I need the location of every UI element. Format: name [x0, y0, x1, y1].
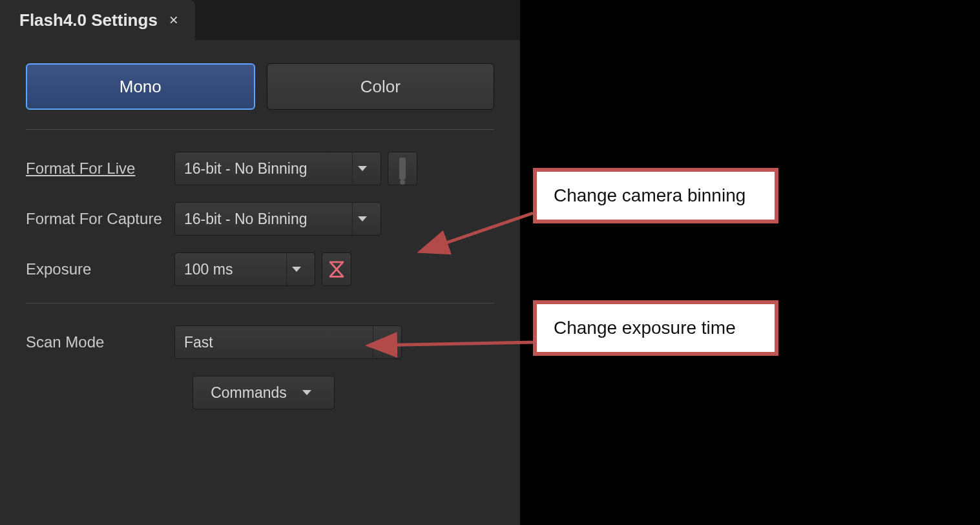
panel-body: Mono Color Format For Live 16-bit - No B…	[0, 40, 520, 439]
format-live-row: Format For Live 16-bit - No Binning	[26, 152, 494, 185]
scan-mode-value: Fast	[184, 334, 365, 351]
scan-mode-label: Scan Mode	[26, 333, 174, 351]
format-capture-dropdown[interactable]: 16-bit - No Binning	[174, 202, 381, 236]
scan-mode-dropdown[interactable]: Fast	[174, 325, 402, 359]
exposure-dropdown[interactable]: 100 ms	[174, 252, 315, 286]
auto-exposure-button[interactable]	[322, 252, 351, 286]
scan-mode-row: Scan Mode Fast	[26, 325, 494, 359]
mode-toggle-row: Mono Color	[26, 63, 494, 110]
format-live-value: 16-bit - No Binning	[184, 160, 344, 178]
commands-label: Commands	[211, 384, 291, 402]
callout-binning-text: Change camera binning	[554, 185, 745, 205]
close-icon[interactable]: ×	[169, 11, 178, 29]
exposure-row: Exposure 100 ms	[26, 252, 494, 286]
chevron-down-icon	[297, 376, 317, 409]
tab-title: Flash4.0 Settings	[19, 10, 158, 30]
chevron-down-icon	[352, 152, 371, 185]
exposure-label: Exposure	[26, 260, 174, 278]
format-live-label: Format For Live	[26, 160, 174, 178]
settings-panel: Flash4.0 Settings × Mono Color Format Fo…	[0, 0, 520, 525]
exposure-value: 100 ms	[184, 261, 278, 278]
callout-binning: Change camera binning	[533, 168, 778, 223]
format-live-dropdown[interactable]: 16-bit - No Binning	[174, 152, 381, 185]
color-button[interactable]: Color	[267, 63, 495, 110]
mono-button[interactable]: Mono	[26, 63, 255, 110]
commands-dropdown[interactable]: Commands	[193, 376, 335, 409]
format-capture-value: 16-bit - No Binning	[184, 211, 344, 228]
alert-icon	[399, 158, 406, 180]
divider	[26, 303, 494, 304]
tab-flash-settings[interactable]: Flash4.0 Settings ×	[0, 0, 195, 40]
format-capture-label: Format For Capture	[26, 210, 174, 228]
hourglass-icon	[327, 260, 346, 279]
format-capture-row: Format For Capture 16-bit - No Binning	[26, 202, 494, 236]
callout-exposure-text: Change exposure time	[554, 318, 736, 338]
format-alert-button[interactable]	[388, 152, 417, 185]
chevron-down-icon	[373, 326, 392, 358]
callout-exposure: Change exposure time	[533, 300, 778, 356]
chevron-down-icon	[286, 253, 306, 285]
tab-bar: Flash4.0 Settings ×	[0, 0, 520, 40]
divider	[26, 129, 494, 130]
commands-row: Commands	[26, 376, 494, 409]
chevron-down-icon	[352, 203, 371, 235]
